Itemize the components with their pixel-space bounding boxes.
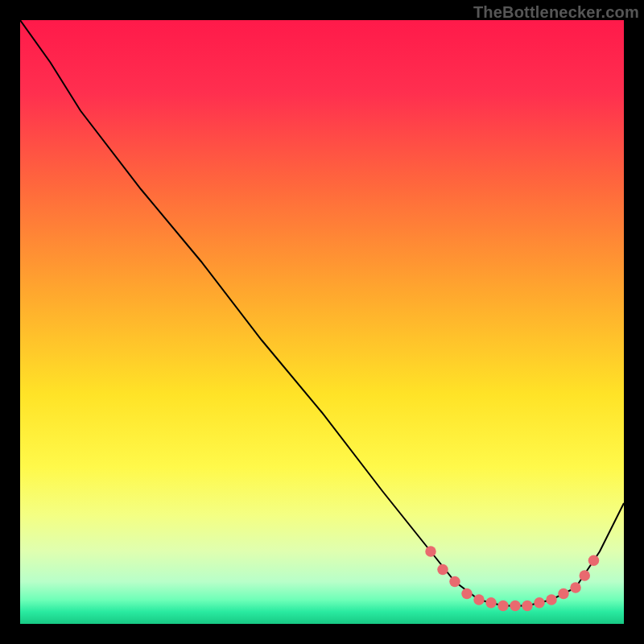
curve-marker	[437, 564, 448, 576]
gradient-background	[20, 20, 624, 624]
curve-marker	[510, 601, 521, 612]
chart-svg	[20, 20, 624, 624]
curve-marker	[461, 588, 473, 600]
curve-marker	[497, 601, 509, 612]
curve-marker	[449, 576, 460, 588]
curve-marker	[558, 588, 569, 600]
watermark-text: TheBottlenecker.com	[473, 3, 639, 22]
chart-container: TheBottlenecker.com	[0, 0, 644, 644]
curve-marker	[588, 555, 600, 567]
curve-marker	[425, 546, 436, 557]
curve-marker	[546, 594, 557, 605]
curve-marker	[534, 597, 545, 609]
curve-marker	[522, 601, 533, 612]
plot-area	[20, 20, 624, 624]
curve-marker	[580, 570, 591, 581]
curve-marker	[473, 594, 485, 605]
curve-marker	[485, 597, 497, 609]
curve-marker	[570, 582, 581, 593]
